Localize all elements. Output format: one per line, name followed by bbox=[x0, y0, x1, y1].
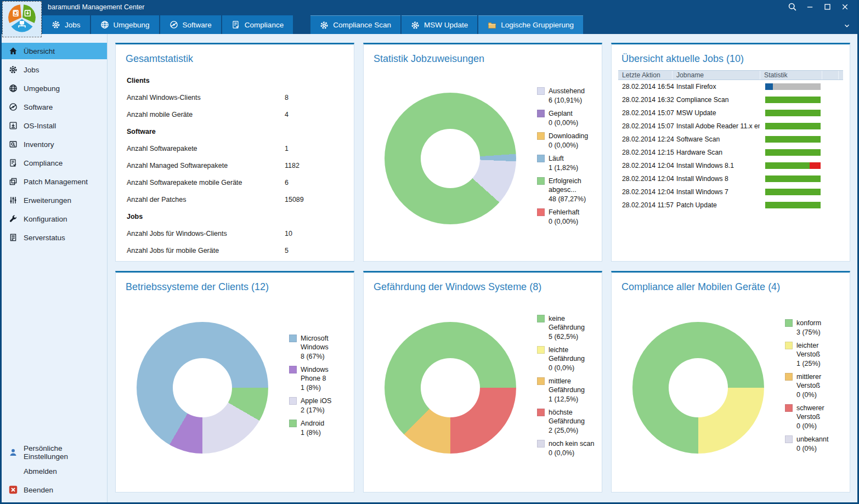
column-header-empty[interactable] bbox=[838, 71, 843, 80]
job-row[interactable]: 28.02.2014 12:04Install Windows 8.1 bbox=[618, 159, 843, 172]
panel-aktuelle-jobs: Übersicht aktuelle Jobs (10) Letzte Akti… bbox=[611, 43, 850, 262]
sidebar-item-label: Umgebung bbox=[24, 84, 60, 93]
progress-segment bbox=[765, 83, 773, 90]
sidebar-item-personliche-einstellungen[interactable]: Persönliche Einstellungen bbox=[2, 444, 107, 461]
tab-umgebung[interactable]: Umgebung bbox=[91, 15, 159, 34]
job-row[interactable]: 28.02.2014 12:04Install Windows 7 bbox=[618, 185, 843, 199]
legend-label: konform bbox=[796, 319, 843, 327]
legend-swatch bbox=[537, 409, 545, 416]
sidebar-item-patch-management[interactable]: Patch Management bbox=[2, 173, 107, 190]
globe-icon bbox=[8, 84, 18, 93]
legend-swatch bbox=[537, 346, 545, 354]
legend-item-fehlerhaft: Fehlerhaft0 (0,00%) bbox=[537, 208, 595, 226]
chart-legend: keine Gefährdung5 (62,5%)leichte Gefährd… bbox=[537, 314, 595, 462]
tab-jobs[interactable]: Jobs bbox=[42, 15, 90, 34]
folder-icon bbox=[488, 21, 496, 30]
job-name: MSW Update bbox=[672, 109, 760, 117]
stat-value: 1182 bbox=[285, 157, 299, 174]
maximize-icon bbox=[823, 3, 832, 13]
legend-value: 0 (0,0%) bbox=[549, 449, 595, 457]
stat-value: 6 bbox=[285, 174, 289, 191]
job-progress-bar bbox=[765, 136, 821, 143]
tab-compliance-scan[interactable]: Compliance Scan bbox=[310, 15, 400, 34]
legend-swatch bbox=[785, 404, 793, 412]
job-row[interactable]: 28.02.2014 12:15Hardware Scan bbox=[618, 146, 843, 159]
job-row[interactable]: 28.02.2014 16:54Install Firefox bbox=[618, 80, 843, 93]
stat-section-header: Software bbox=[122, 123, 347, 140]
stat-label: Anzahl Softwarepakete mobile Geräte bbox=[127, 179, 242, 186]
column-header-statistik[interactable]: Statistik bbox=[760, 71, 822, 80]
job-row[interactable]: 28.02.2014 11:57Patch Update bbox=[618, 199, 843, 212]
job-row[interactable]: 28.02.2014 12:04Install Windows 8 bbox=[618, 172, 843, 185]
legend-value: 1 (12,5%) bbox=[549, 395, 595, 404]
sidebar-item-label: Patch Management bbox=[24, 178, 88, 186]
legend-swatch bbox=[537, 110, 545, 117]
sidebar-item-software[interactable]: Software bbox=[2, 99, 107, 115]
sidebar-item-label: Abmelden bbox=[24, 467, 57, 475]
sidebar-item-inventory[interactable]: Inventory bbox=[2, 136, 107, 152]
sidebar-item-os-install[interactable]: OS-Install bbox=[2, 117, 107, 134]
sidebar-item-serverstatus[interactable]: Serverstatus bbox=[2, 229, 107, 246]
sidebar-item-konfiguration[interactable]: Konfiguration bbox=[2, 211, 107, 227]
legend-value: 1 (8%) bbox=[301, 428, 347, 437]
legend-swatch bbox=[537, 87, 545, 95]
minimize-button[interactable] bbox=[803, 2, 817, 14]
stat-value: 4 bbox=[285, 106, 289, 123]
close-button[interactable] bbox=[838, 2, 852, 14]
legend-item-lauft: Läuft1 (1,82%) bbox=[537, 154, 595, 172]
window-controls bbox=[785, 0, 852, 15]
job-progress-bar bbox=[765, 149, 821, 156]
sidebar-item-label: Serverstatus bbox=[24, 234, 65, 242]
sidebar-item-compliance[interactable]: Compliance bbox=[2, 155, 107, 171]
tab-logische-gruppierung[interactable]: Logische Gruppierung bbox=[478, 15, 583, 34]
sidebar: ÜbersichtJobsUmgebungSoftwareOS-InstallI… bbox=[2, 34, 108, 502]
tab-compliance[interactable]: Compliance bbox=[222, 15, 293, 34]
legend-value: 0 (0%) bbox=[796, 422, 843, 431]
app-title: baramundi Management Center bbox=[48, 3, 145, 11]
legend-item-windows-phone-8: Windows Phone 81 (8%) bbox=[289, 365, 347, 392]
tab-overflow-chevron-icon[interactable] bbox=[843, 22, 851, 32]
panel-gesamtstatistik: Gesamtstatistik ClientsAnzahl Windows-Cl… bbox=[115, 43, 354, 262]
app-logo[interactable] bbox=[2, 1, 42, 37]
legend-label: Windows Phone 8 bbox=[301, 365, 347, 383]
sidebar-item-jobs[interactable]: Jobs bbox=[2, 61, 107, 78]
legend-swatch bbox=[537, 315, 545, 322]
panel-title: Betriebssysteme der Clients (12) bbox=[126, 281, 347, 293]
stat-section-header: Clients bbox=[122, 72, 347, 89]
sidebar-item-umgebung[interactable]: Umgebung bbox=[2, 80, 107, 97]
column-header-letzte-aktion[interactable]: Letzte Aktion bbox=[618, 71, 672, 80]
sidebar-item-abmelden[interactable]: Abmelden bbox=[2, 463, 107, 479]
job-row[interactable]: 28.02.2014 12:24Software Scan bbox=[618, 133, 843, 146]
legend-value: 0 (0,00%) bbox=[549, 141, 595, 150]
legend-label: keine Gefährdung bbox=[549, 314, 595, 332]
globe-icon bbox=[100, 20, 109, 29]
legend-label: unbekannt bbox=[796, 435, 843, 444]
column-header-jobname[interactable]: Jobname bbox=[672, 71, 760, 80]
tab-label: Umgebung bbox=[114, 21, 150, 29]
job-date: 28.02.2014 12:04 bbox=[618, 162, 672, 169]
sidebar-item-ubersicht[interactable]: Übersicht bbox=[2, 43, 107, 59]
tab-msw-update[interactable]: MSW Update bbox=[402, 15, 477, 34]
stat-value: 8 bbox=[285, 89, 289, 106]
job-row[interactable]: 28.02.2014 15:07MSW Update bbox=[618, 106, 843, 120]
progress-segment bbox=[765, 97, 821, 103]
stat-row: Anzahl Windows-Clients8 bbox=[122, 89, 347, 106]
legend-label: Android bbox=[301, 419, 347, 428]
job-name: Software Scan bbox=[672, 135, 760, 143]
sidebar-item-erweiterungen[interactable]: Erweiterungen bbox=[2, 192, 107, 208]
job-name: Install Windows 7 bbox=[672, 188, 760, 196]
legend-label: höchste Gefährdung bbox=[549, 408, 595, 426]
stat-label: Anzahl der Patches bbox=[127, 196, 186, 203]
donut-chart-gefaehrdung bbox=[385, 322, 516, 454]
progress-segment bbox=[765, 189, 821, 195]
progress-segment bbox=[765, 136, 821, 143]
job-row[interactable]: 28.02.2014 15:07Install Adobe Reader 11.… bbox=[618, 120, 843, 133]
maximize-button[interactable] bbox=[820, 2, 834, 14]
job-row[interactable]: 28.02.2014 16:32Compliance Scan bbox=[618, 93, 843, 106]
search-button[interactable] bbox=[785, 2, 799, 14]
column-header-empty[interactable] bbox=[822, 71, 838, 80]
legend-label: mittlere Gefährdung bbox=[549, 377, 595, 394]
legend-value: 1 (8%) bbox=[301, 383, 347, 392]
sidebar-item-beenden[interactable]: Beenden bbox=[2, 482, 107, 498]
tab-software[interactable]: Software bbox=[160, 15, 221, 34]
